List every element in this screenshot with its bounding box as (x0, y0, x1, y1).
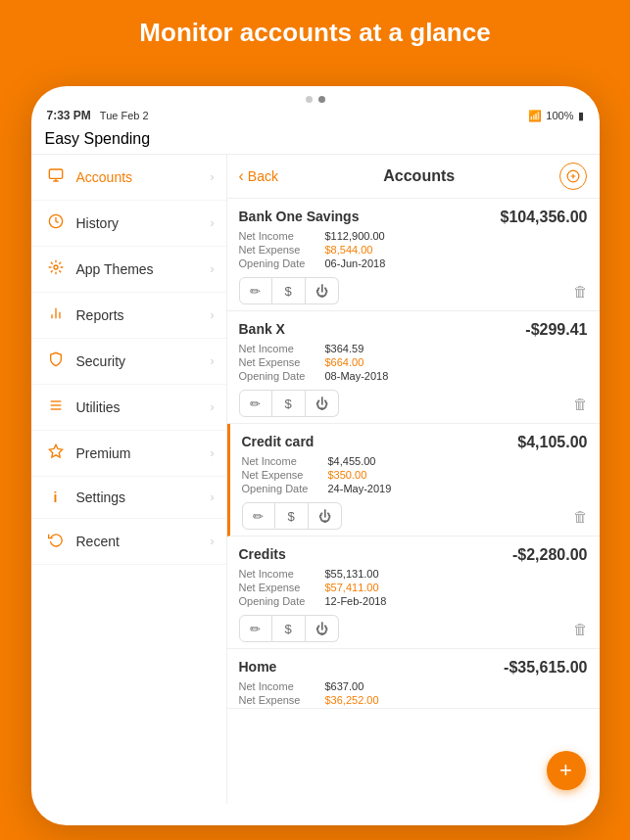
account-card-bank-x: Bank X -$299.41 Net Income $364.59 Net E… (227, 311, 600, 424)
chevron-themes: › (211, 262, 215, 276)
edit-button-2[interactable]: ✏ (239, 390, 272, 417)
sidebar-label-utilities: Utilities (76, 399, 211, 415)
account-balance-1: $104,356.00 (501, 209, 588, 226)
premium-icon (45, 443, 67, 463)
sidebar-item-reports[interactable]: Reports › (31, 293, 226, 339)
power-button-2[interactable]: ⏻ (306, 390, 339, 417)
sidebar-item-settings[interactable]: i Settings › (31, 477, 226, 519)
security-icon (45, 351, 67, 371)
account-detail-income-5: Net Income $637.00 (239, 680, 588, 692)
status-right: 📶 100% ▮ (528, 110, 583, 122)
account-name-3: Credit card (242, 434, 315, 449)
trash-button-3[interactable]: 🗑 (573, 508, 588, 525)
sidebar-label-themes: App Themes (76, 261, 211, 277)
sidebar-item-history[interactable]: History › (31, 201, 226, 247)
wifi-icon: 📶 (528, 110, 542, 122)
chevron-recent: › (211, 535, 215, 548)
panel-title: Accounts (383, 167, 455, 185)
sidebar-label-accounts: Accounts (76, 169, 211, 185)
sidebar-label-premium: Premium (76, 445, 211, 461)
account-balance-5: -$35,615.00 (504, 659, 587, 677)
action-icons-2: ✏ $ ⏻ (239, 390, 339, 417)
account-name-1: Bank One Savings (239, 209, 360, 224)
page-header: Monitor accounts at a glance (0, 0, 630, 62)
sidebar-item-themes[interactable]: App Themes › (31, 247, 226, 293)
chevron-reports: › (211, 308, 215, 322)
fab-button[interactable]: + (547, 751, 586, 790)
account-detail-income-3: Net Income $4,455.00 (242, 455, 588, 467)
action-icons-4: ✏ $ ⏻ (239, 615, 339, 642)
app-title: Easy Spending (45, 130, 202, 148)
action-icons-1: ✏ $ ⏻ (239, 277, 339, 304)
sidebar-label-reports: Reports (76, 307, 211, 323)
dollar-button-1[interactable]: $ (272, 277, 306, 304)
account-detail-expense-5: Net Expense $36,252.00 (239, 694, 588, 706)
account-card-credits: Credits -$2,280.00 Net Income $55,131.00… (227, 537, 600, 649)
account-row-top-1: Bank One Savings $104,356.00 (239, 209, 588, 226)
account-detail-expense-2: Net Expense $664.00 (239, 356, 588, 368)
account-balance-4: -$2,280.00 (512, 546, 588, 564)
chevron-history: › (211, 216, 215, 230)
settings-icon: i (45, 490, 67, 505)
sidebar-item-security[interactable]: Security › (31, 339, 226, 385)
account-detail-expense-4: Net Expense $57,411.00 (239, 582, 588, 593)
status-bar: 7:33 PM Tue Feb 2 📶 100% ▮ (31, 107, 600, 124)
dollar-button-4[interactable]: $ (272, 615, 306, 642)
power-button-3[interactable]: ⏻ (309, 502, 342, 530)
device-frame: 7:33 PM Tue Feb 2 📶 100% ▮ Easy Spending… (31, 86, 600, 825)
panel-header: ‹ Back Accounts (227, 155, 600, 199)
svg-marker-11 (49, 444, 62, 457)
device-dots (31, 86, 600, 107)
sidebar-label-recent: Recent (76, 534, 211, 549)
sidebar-item-recent[interactable]: Recent › (31, 519, 226, 565)
history-icon (45, 213, 67, 233)
sidebar-label-security: Security (76, 353, 211, 369)
account-detail-income-2: Net Income $364.59 (239, 343, 588, 354)
back-button[interactable]: ‹ Back (239, 167, 278, 185)
chevron-accounts: › (211, 170, 215, 184)
edit-button-4[interactable]: ✏ (239, 615, 272, 642)
add-account-button[interactable] (559, 163, 587, 190)
sidebar: Accounts › History › App Themes › (31, 155, 227, 804)
chevron-premium: › (211, 446, 215, 460)
account-actions-2: ✏ $ ⏻ 🗑 (239, 384, 588, 423)
dot-right (318, 96, 325, 103)
accounts-icon (45, 167, 67, 187)
sidebar-label-history: History (76, 215, 211, 231)
right-panel: ‹ Back Accounts Bank One Savings $104,35… (227, 155, 600, 804)
edit-button-1[interactable]: ✏ (239, 277, 272, 304)
trash-button-1[interactable]: 🗑 (573, 283, 588, 300)
trash-button-2[interactable]: 🗑 (573, 396, 588, 412)
account-detail-date-3: Opening Date 24-May-2019 (242, 483, 588, 494)
account-card-bank-one-savings: Bank One Savings $104,356.00 Net Income … (227, 199, 600, 311)
chevron-utilities: › (211, 400, 215, 414)
account-detail-date-4: Opening Date 12-Feb-2018 (239, 595, 588, 607)
trash-button-4[interactable]: 🗑 (573, 621, 588, 637)
account-actions-3: ✏ $ ⏻ 🗑 (242, 496, 588, 536)
account-row-top-4: Credits -$2,280.00 (239, 546, 588, 564)
account-balance-3: $4,105.00 (517, 434, 587, 451)
sidebar-item-accounts[interactable]: Accounts › (31, 155, 226, 201)
power-button-1[interactable]: ⏻ (306, 277, 339, 304)
account-actions-4: ✏ $ ⏻ 🗑 (239, 609, 588, 648)
account-row-top-5: Home -$35,615.00 (239, 659, 588, 677)
action-icons-3: ✏ $ ⏻ (242, 502, 342, 530)
sidebar-label-settings: Settings (76, 490, 211, 505)
account-detail-date-2: Opening Date 08-May-2018 (239, 370, 588, 382)
power-button-4[interactable]: ⏻ (306, 615, 339, 642)
sidebar-item-utilities[interactable]: Utilities › (31, 385, 226, 431)
account-detail-income-1: Net Income $112,900.00 (239, 230, 588, 242)
recent-icon (45, 532, 67, 551)
account-detail-date-1: Opening Date 06-Jun-2018 (239, 257, 588, 269)
account-name-5: Home (239, 659, 277, 675)
dollar-button-2[interactable]: $ (272, 390, 306, 417)
battery-indicator: 100% (546, 110, 573, 121)
svg-point-4 (54, 265, 58, 269)
sidebar-item-premium[interactable]: Premium › (31, 431, 226, 477)
utilities-icon (45, 397, 67, 417)
battery-icon: ▮ (578, 110, 584, 122)
edit-button-3[interactable]: ✏ (242, 502, 275, 530)
account-detail-expense-1: Net Expense $8,544.00 (239, 244, 588, 256)
back-chevron-icon: ‹ (239, 167, 244, 185)
dollar-button-3[interactable]: $ (275, 502, 309, 530)
